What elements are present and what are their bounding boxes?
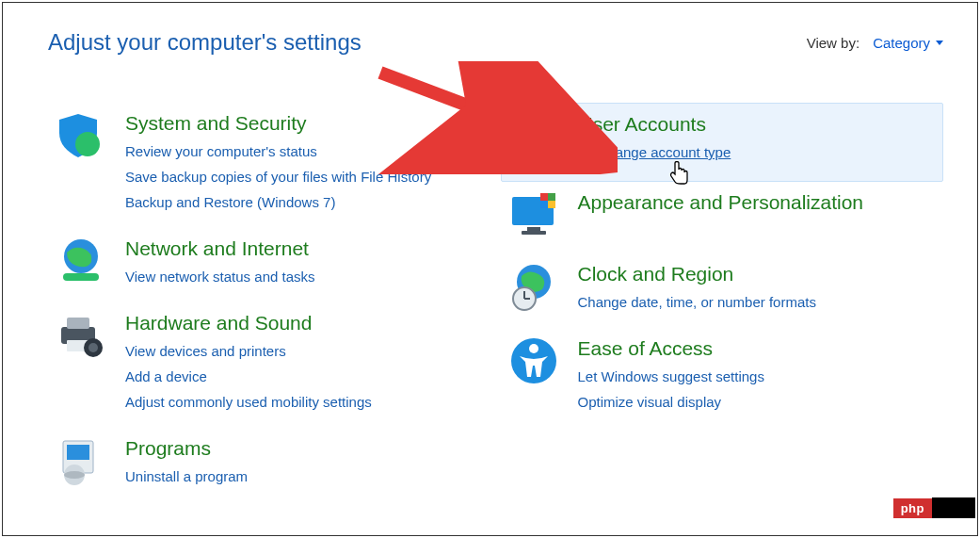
watermark-block xyxy=(932,497,975,518)
svg-rect-18 xyxy=(540,201,548,208)
svg-point-25 xyxy=(529,344,538,353)
svg-point-0 xyxy=(75,132,100,156)
accessibility-icon xyxy=(508,335,559,386)
svg-rect-2 xyxy=(63,273,99,281)
svg-rect-19 xyxy=(548,201,555,208)
link-optimize-display[interactable]: Optimize visual display xyxy=(578,389,764,415)
user-icon xyxy=(509,111,560,162)
link-uninstall-program[interactable]: Uninstall a program xyxy=(125,464,248,489)
link-add-device[interactable]: Add a device xyxy=(125,364,372,389)
svg-rect-15 xyxy=(522,231,546,235)
svg-rect-9 xyxy=(67,445,89,460)
svg-rect-16 xyxy=(540,193,548,201)
link-backup-restore[interactable]: Backup and Restore (Windows 7) xyxy=(125,189,431,215)
category-programs: Programs Uninstall a program xyxy=(48,428,491,502)
link-change-account-type-text: Change account type xyxy=(598,144,731,160)
watermark-text: php xyxy=(893,498,932,518)
link-mobility-settings[interactable]: Adjust commonly used mobility settings xyxy=(125,389,372,415)
category-appearance: Appearance and Personalization xyxy=(501,182,944,253)
svg-rect-14 xyxy=(527,227,540,231)
shield-icon xyxy=(56,110,106,161)
link-network-status[interactable]: View network status and tasks xyxy=(125,264,315,289)
svg-point-12 xyxy=(524,118,545,139)
view-by-value: Category xyxy=(873,35,930,51)
category-title-clock[interactable]: Clock and Region xyxy=(578,263,816,285)
chevron-down-icon xyxy=(936,41,943,45)
svg-rect-17 xyxy=(548,193,555,201)
link-change-date-time[interactable]: Change date, time, or number formats xyxy=(578,289,816,315)
category-clock-and-region: Clock and Region Change date, time, or n… xyxy=(501,253,944,328)
category-title-user-accounts[interactable]: User Accounts xyxy=(579,113,731,136)
svg-point-7 xyxy=(88,343,98,352)
page-title: Adjust your computer's settings xyxy=(48,29,361,56)
link-change-account-type[interactable]: Change account type xyxy=(579,139,731,168)
link-windows-suggest[interactable]: Let Windows suggest settings xyxy=(578,364,764,389)
uac-shield-icon xyxy=(579,142,594,168)
view-by-group: View by: Category xyxy=(807,35,943,51)
link-file-history[interactable]: Save backup copies of your files with Fi… xyxy=(125,164,431,189)
globe-icon xyxy=(56,236,106,286)
category-user-accounts[interactable]: User Accounts xyxy=(501,103,944,182)
link-review-status[interactable]: Review your computer's status xyxy=(125,139,431,164)
category-ease-of-access: Ease of Access Let Windows suggest setti… xyxy=(501,328,944,428)
category-network-and-internet: Network and Internet View network status… xyxy=(48,228,491,302)
clock-globe-icon xyxy=(508,261,559,312)
category-system-and-security: System and Security Review your computer… xyxy=(48,103,491,228)
view-by-label: View by: xyxy=(807,35,860,51)
category-title-ease[interactable]: Ease of Access xyxy=(578,337,764,360)
link-devices-printers[interactable]: View devices and printers xyxy=(125,338,372,364)
category-title-appearance[interactable]: Appearance and Personalization xyxy=(578,191,864,214)
category-title-network[interactable]: Network and Internet xyxy=(125,237,315,260)
programs-icon xyxy=(56,435,106,486)
category-hardware-and-sound: Hardware and Sound View devices and prin… xyxy=(48,302,491,428)
watermark: php xyxy=(893,497,975,518)
svg-rect-4 xyxy=(67,318,89,329)
category-title-system[interactable]: System and Security xyxy=(125,112,431,135)
category-title-hardware[interactable]: Hardware and Sound xyxy=(125,312,372,334)
category-title-programs[interactable]: Programs xyxy=(125,437,248,460)
printer-icon xyxy=(56,310,106,361)
view-by-dropdown[interactable]: Category xyxy=(873,35,943,51)
monitor-icon xyxy=(508,189,559,240)
svg-point-11 xyxy=(64,471,85,479)
